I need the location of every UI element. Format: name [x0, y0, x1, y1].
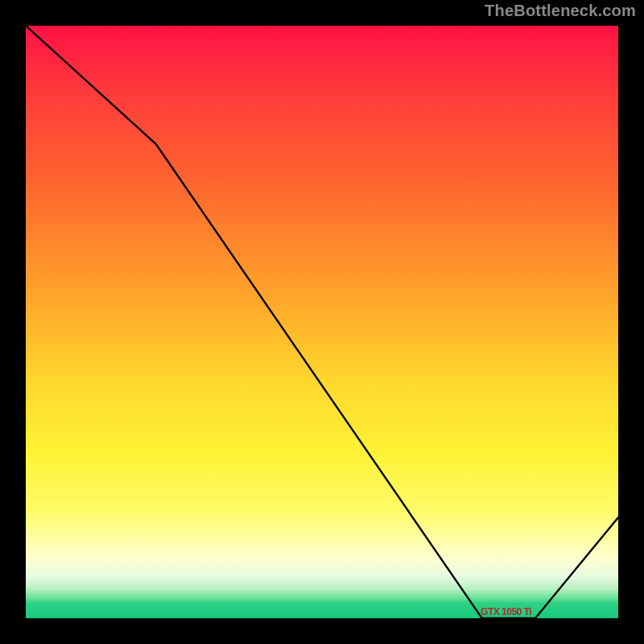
- chart-stage: TheBottleneck.com GTX 1050 Ti: [0, 0, 644, 644]
- line-series: [26, 26, 618, 618]
- bottleneck-curve-path: [26, 26, 618, 618]
- plot-area: GTX 1050 Ti: [24, 24, 620, 620]
- watermark-text: TheBottleneck.com: [485, 2, 636, 20]
- target-range-label: GTX 1050 Ti: [481, 606, 531, 617]
